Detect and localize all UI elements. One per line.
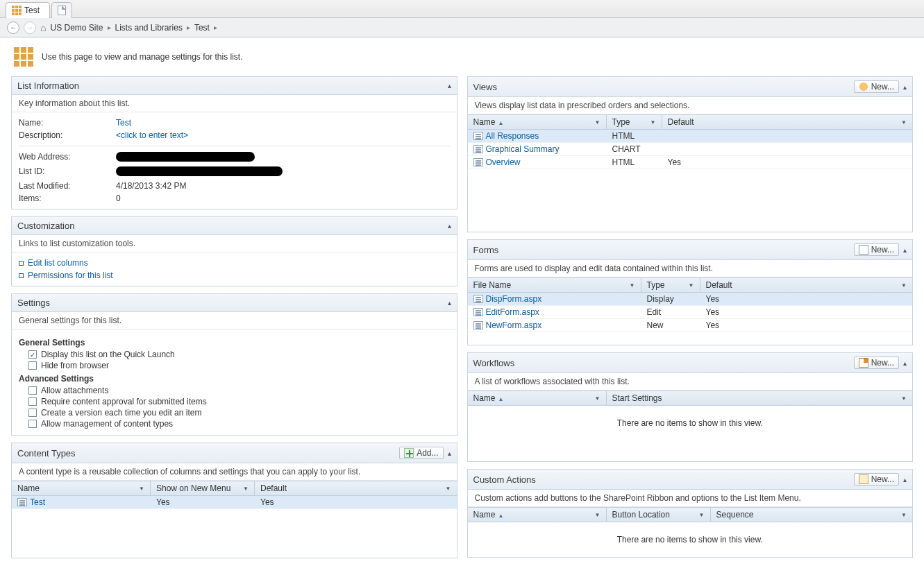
- table-row[interactable]: NewForm.aspx New Yes: [468, 319, 913, 332]
- table-row[interactable]: Test Yes Yes: [12, 496, 457, 509]
- collapse-icon[interactable]: ▴: [903, 246, 907, 254]
- opt-attachments[interactable]: Allow attachments: [19, 385, 450, 396]
- table-row[interactable]: DispForm.aspx Display Yes: [468, 293, 913, 306]
- dropdown-icon: ▼: [650, 119, 656, 126]
- col-name[interactable]: Name▲▼: [468, 115, 607, 129]
- new-custom-action-button[interactable]: New...: [854, 473, 899, 486]
- col-show[interactable]: Show on New Menu▼: [151, 481, 255, 495]
- col-default[interactable]: Default▼: [700, 278, 913, 292]
- sort-asc-icon: ▲: [498, 120, 504, 126]
- col-name[interactable]: Name▲▼: [468, 391, 607, 405]
- nav-back[interactable]: ←: [7, 22, 19, 34]
- table-row[interactable]: Overview HTML Yes: [468, 156, 913, 169]
- cell-text: EditForm.aspx: [486, 307, 539, 317]
- form-file-icon: [473, 308, 483, 316]
- cell-show: Yes: [151, 496, 255, 508]
- new-form-button[interactable]: New...: [854, 243, 899, 256]
- col-default[interactable]: Default▼: [662, 115, 913, 129]
- divider: [19, 146, 450, 146]
- col-name[interactable]: Name▼: [12, 481, 151, 495]
- nav-forward[interactable]: →: [24, 22, 36, 34]
- cell-default: Yes: [662, 156, 687, 169]
- cell-type: HTML: [607, 130, 662, 142]
- col-sequence[interactable]: Sequence▼: [711, 508, 913, 522]
- col-start[interactable]: Start Settings▼: [607, 391, 913, 405]
- dropdown-icon: ▼: [901, 282, 907, 289]
- opt-content-types[interactable]: Allow management of content types: [19, 418, 450, 429]
- collapse-icon[interactable]: ▴: [448, 449, 451, 457]
- cell-default: [662, 130, 673, 142]
- col-type[interactable]: Type▼: [641, 278, 700, 292]
- cell-name[interactable]: Test: [12, 496, 151, 508]
- table-row[interactable]: Graphical Summary CHART: [468, 143, 913, 156]
- opt-hide-browser[interactable]: Hide from browser: [19, 360, 450, 371]
- cell-type: CHART: [607, 143, 662, 155]
- checkbox-icon: [28, 361, 37, 370]
- link-edit-columns[interactable]: Edit list columns: [19, 257, 450, 269]
- cell-text: Graphical Summary: [486, 144, 560, 154]
- cell-file[interactable]: DispForm.aspx: [468, 293, 641, 305]
- opt-quick-launch[interactable]: ✓Display this list on the Quick Launch: [19, 349, 450, 360]
- opt-versioning[interactable]: Create a version each time you edit an i…: [19, 407, 450, 418]
- cell-default: Yes: [700, 306, 725, 318]
- value-name[interactable]: Test: [116, 118, 450, 128]
- tab-new[interactable]: [51, 2, 72, 18]
- new-workflow-button[interactable]: New...: [854, 357, 899, 369]
- collapse-icon[interactable]: ▴: [448, 222, 451, 230]
- cell-type: HTML: [607, 156, 662, 169]
- view-icon: [473, 145, 483, 153]
- bc-lists[interactable]: Lists and Libraries: [115, 23, 183, 33]
- value-description[interactable]: <click to enter text>: [116, 130, 450, 140]
- cell-name[interactable]: Graphical Summary: [468, 143, 607, 155]
- checkbox-icon: [28, 420, 37, 428]
- col-name[interactable]: Name▲▼: [468, 508, 607, 522]
- collapse-icon[interactable]: ▴: [903, 83, 907, 91]
- value-last-modified: 4/18/2013 3:42 PM: [116, 181, 450, 191]
- col-label: File Name: [473, 280, 512, 290]
- col-file[interactable]: File Name▼: [468, 278, 641, 292]
- collapse-icon[interactable]: ▴: [448, 299, 451, 307]
- collapse-icon[interactable]: ▴: [903, 476, 907, 483]
- cell-name[interactable]: Overview: [468, 156, 607, 169]
- tab-test[interactable]: Test: [6, 2, 50, 18]
- col-label: Name: [473, 393, 496, 403]
- bullet-icon: [19, 273, 24, 278]
- dropdown-icon: ▼: [595, 395, 600, 402]
- right-column: Views New... ▴ Views display list data i…: [467, 76, 914, 558]
- panel-workflows: Workflows New... ▴ A list of workflows a…: [467, 352, 914, 462]
- col-location[interactable]: Button Location▼: [607, 508, 711, 522]
- new-view-button[interactable]: New...: [854, 80, 899, 93]
- cell-text: All Responses: [486, 131, 539, 141]
- btn-label: Add...: [417, 448, 438, 458]
- cell-name[interactable]: All Responses: [468, 130, 607, 142]
- table-row[interactable]: EditForm.aspx Edit Yes: [468, 306, 913, 319]
- col-label: Type: [647, 280, 665, 290]
- link-permissions[interactable]: Permissions for this list: [19, 269, 450, 282]
- add-button[interactable]: Add...: [399, 447, 443, 459]
- bc-current[interactable]: Test: [194, 23, 210, 33]
- opt-approval[interactable]: Require content approval for submitted i…: [19, 396, 450, 407]
- col-label: Default: [668, 117, 694, 127]
- checkbox-icon: [28, 386, 37, 395]
- col-label: Start Settings: [612, 393, 662, 403]
- bc-sep-icon: ▸: [214, 24, 217, 31]
- col-type[interactable]: Type▼: [607, 115, 662, 129]
- btn-label: New...: [871, 82, 894, 92]
- cell-text: Test: [30, 497, 45, 507]
- content-type-icon: [17, 498, 27, 506]
- cell-file[interactable]: NewForm.aspx: [468, 319, 641, 332]
- panel-desc: Views display list data in prescribed or…: [468, 97, 913, 114]
- dropdown-icon: ▼: [595, 512, 600, 518]
- col-default[interactable]: Default▼: [255, 481, 457, 495]
- bc-site[interactable]: US Demo Site: [50, 23, 103, 33]
- dropdown-icon: ▼: [901, 512, 907, 518]
- home-icon[interactable]: ⌂: [40, 22, 46, 33]
- panel-desc: Key information about this list.: [12, 95, 457, 112]
- collapse-icon[interactable]: ▴: [903, 359, 907, 367]
- col-label: Name: [17, 483, 40, 493]
- checkbox-icon: ✓: [28, 350, 37, 359]
- table-row[interactable]: All Responses HTML: [468, 130, 913, 143]
- btn-label: New...: [871, 245, 894, 255]
- collapse-icon[interactable]: ▴: [448, 82, 451, 89]
- cell-file[interactable]: EditForm.aspx: [468, 306, 641, 318]
